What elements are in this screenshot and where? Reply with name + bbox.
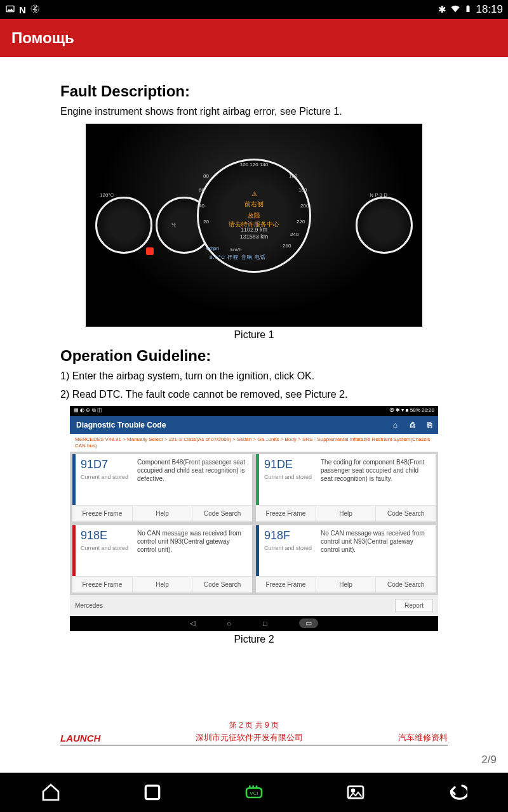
svg-text:VCI: VCI xyxy=(250,790,258,796)
dtc-footer: Mercedes Report xyxy=(70,595,438,616)
fault-description-heading: Fault Description: xyxy=(60,82,448,100)
freeze-frame-button: Freeze Frame xyxy=(72,506,133,521)
dtc-description: Component B48(Front passenger seat occup… xyxy=(135,458,247,501)
svg-point-8 xyxy=(352,789,354,792)
dtc-code: 91DE xyxy=(264,458,318,471)
print-icon: ⎙ xyxy=(410,421,415,429)
dtc-status: Current and stored xyxy=(81,474,135,480)
dtc-card: 918E Current and stored No CAN message w… xyxy=(72,525,252,593)
launch-brand: LAUNCH xyxy=(60,733,100,743)
code-search-button: Code Search xyxy=(192,506,252,521)
speed-warning: ⚠ 前右侧 故障 请去特许服务中心 xyxy=(222,190,286,229)
help-button: Help xyxy=(316,577,377,593)
freeze-frame-button: Freeze Frame xyxy=(256,506,316,521)
nav-home-button[interactable] xyxy=(39,781,62,804)
freeze-frame-button: Freeze Frame xyxy=(256,577,316,593)
picture-1-caption: Picture 1 xyxy=(234,329,274,341)
temp-gauge xyxy=(95,197,152,254)
operation-step-1: 1) Enter the airbag system, turn on the … xyxy=(60,370,448,383)
picture-2-caption: Picture 2 xyxy=(234,634,274,645)
page-counter: 2/9 xyxy=(481,754,497,766)
android-status-bar: N ✱ 18:19 xyxy=(0,0,508,19)
document-content: Fault Description: Engine instrument sho… xyxy=(0,57,508,645)
recent-icon: □ xyxy=(263,620,267,627)
bottom-navigation: VCI xyxy=(0,773,508,812)
operation-step-2: 2) Read DTC. The fault code cannot be re… xyxy=(60,388,448,402)
dtc-code: 918F xyxy=(264,529,318,542)
dtc-screenshot: ▦ ◐ ⊕ ⧉ ◫ ⦿ ✱ ▾ ■ 58% 20:20 Diagnostic T… xyxy=(70,406,438,631)
nav-gallery-button[interactable] xyxy=(344,781,367,804)
fault-description-text: Engine instrument shows front right airb… xyxy=(60,105,448,119)
document-footer: 第 2 页 共 9 页 LAUNCH 深圳市元征软件开发有限公司 汽车维修资料 xyxy=(60,720,448,745)
dtc-card: 918F Current and stored No CAN message w… xyxy=(256,525,436,593)
report-button: Report xyxy=(395,599,433,612)
warning-light-icon xyxy=(146,247,154,255)
code-search-button: Code Search xyxy=(376,506,436,521)
code-search-button: Code Search xyxy=(192,577,252,593)
tachometer xyxy=(356,197,413,254)
dtc-status: Current and stored xyxy=(264,474,318,480)
dtc-status-bar: ▦ ◐ ⊕ ⧉ ◫ ⦿ ✱ ▾ ■ 58% 20:20 xyxy=(70,406,438,416)
nav-vci-button[interactable]: VCI xyxy=(243,781,265,804)
clock-text: 18:19 xyxy=(476,3,503,16)
dashboard-picture: 120°C ½ 100 120 140 80 160 60 180 40 200… xyxy=(86,124,422,327)
nav-back-button[interactable] xyxy=(446,781,469,804)
n-icon: N xyxy=(19,4,26,15)
help-button: Help xyxy=(133,506,193,521)
help-button: Help xyxy=(316,506,377,521)
svg-rect-4 xyxy=(145,785,159,799)
help-button: Help xyxy=(133,577,193,593)
dtc-android-nav: ◁ ○ □ ▭ xyxy=(70,616,438,631)
code-search-button: Code Search xyxy=(376,577,436,593)
app-title: Помощь xyxy=(11,29,74,47)
dtc-breadcrumb: MERCEDES V48.91 > Manually Select > 221-… xyxy=(70,434,438,451)
dtc-title: Diagnostic Trouble Code xyxy=(76,421,166,429)
operation-guideline-heading: Operation Guideline: xyxy=(60,347,448,365)
dtc-grid: 91D7 Current and stored Component B48(Fr… xyxy=(70,452,438,595)
svg-rect-2 xyxy=(467,6,470,12)
bluetooth-icon: ✱ xyxy=(438,4,446,15)
nav-recent-button[interactable] xyxy=(141,781,164,804)
dtc-card: 91D7 Current and stored Component B48(Fr… xyxy=(72,454,252,521)
home-icon: ⌂ xyxy=(393,421,398,429)
back-icon: ◁ xyxy=(190,619,195,627)
home-circle-icon: ○ xyxy=(227,620,231,627)
exit-icon: ⎘ xyxy=(427,421,432,429)
battery-icon xyxy=(464,4,472,16)
wifi-icon xyxy=(450,4,460,16)
dtc-card: 91DE Current and stored The coding for c… xyxy=(256,454,436,521)
dtc-header: Diagnostic Trouble Code ⌂ ⎙ ⎘ xyxy=(70,416,438,434)
app-bar: Помощь xyxy=(0,19,508,57)
dtc-status: Current and stored xyxy=(81,545,135,551)
dtc-description: The coding for component B48(Front passe… xyxy=(318,458,431,501)
svg-rect-3 xyxy=(467,5,469,6)
bluetooth-circle-icon xyxy=(30,4,40,16)
dtc-code: 918E xyxy=(81,529,135,542)
screenshot-icon: ▭ xyxy=(299,619,318,628)
freeze-frame-button: Freeze Frame xyxy=(72,577,133,593)
dtc-description: No CAN message was received from control… xyxy=(135,529,247,572)
dtc-description: No CAN message was received from control… xyxy=(318,529,431,572)
dtc-status: Current and stored xyxy=(264,545,318,551)
dtc-code: 91D7 xyxy=(81,458,135,471)
image-icon xyxy=(5,4,15,16)
